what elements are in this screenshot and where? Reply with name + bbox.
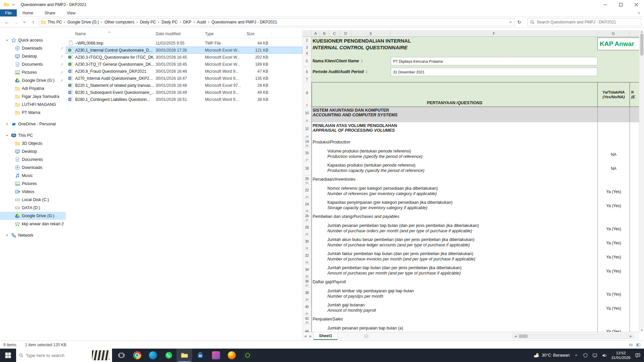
sidebar-item-pt-warna[interactable]: PT Warna <box>0 109 66 117</box>
file-row-a230-3-itq-it-genera[interactable]: XA230.3-ITQ_IT General Questionnaire_DK.… <box>66 61 302 68</box>
column-letter-f[interactable]: F <box>391 30 597 37</box>
close-button[interactable] <box>629 0 644 9</box>
search-highlight-zebra-image[interactable] <box>92 350 109 360</box>
recent-locations-chevron-icon[interactable] <box>20 18 29 26</box>
sidebar-item-local-disk-c[interactable]: Local Disk (C:) <box>0 196 66 204</box>
breadcrumb-item[interactable]: Dedy PC <box>138 18 158 26</box>
photos-button[interactable] <box>208 349 224 362</box>
action-center-icon[interactable] <box>635 353 641 358</box>
column-letter-corner[interactable] <box>303 30 312 37</box>
answer-cell[interactable]: Ya (Yes) <box>597 287 630 301</box>
security-shield-icon[interactable] <box>583 353 588 358</box>
answer-cell[interactable]: Ya (Yes) <box>597 236 630 250</box>
file-row-wrl0066-tmp[interactable]: ~WRL0066.tmp11/02/2025 9:55TMP File44 KB <box>66 40 302 47</box>
breadcrumb-item[interactable]: Other computers <box>103 18 136 26</box>
sidebar-item-desktop[interactable]: Desktop <box>0 52 66 60</box>
column-letter-d[interactable]: D <box>340 30 352 37</box>
explorer-search-box[interactable] <box>527 18 641 26</box>
sidebar-item-documents[interactable]: Documents <box>0 60 66 68</box>
file-row-a230-8-fraud-questio[interactable]: WA230.8_Fraud Questionnaire_DKP202130/01… <box>66 68 302 75</box>
column-divider[interactable] <box>154 31 154 37</box>
speaker-icon[interactable] <box>602 353 607 358</box>
sidebar-item-videos[interactable]: Videos <box>0 188 66 196</box>
sheet-nav-right-icon[interactable]: ▶ <box>308 335 313 338</box>
vscroll-thumb[interactable] <box>640 34 643 55</box>
breadcrumb-item[interactable]: This PC <box>46 18 64 26</box>
edge-button[interactable] <box>145 349 161 362</box>
sidebar-item-documents[interactable]: Documents <box>0 156 66 164</box>
details-view-icon[interactable] <box>629 343 633 347</box>
sidebar-item-adi-priyatna[interactable]: Adi Priyatna <box>0 84 66 93</box>
vscroll-up-icon[interactable]: ▲ <box>640 30 643 33</box>
up-button[interactable]: ↑ <box>29 18 38 26</box>
large-icons-view-icon[interactable] <box>636 343 641 347</box>
chrome-button[interactable] <box>129 349 145 362</box>
sidebar-item-google-drive-g[interactable]: Google Drive (G:) <box>0 76 66 84</box>
column-letter-corner[interactable] <box>630 30 639 37</box>
refresh-button[interactable]: ↻ <box>515 18 524 26</box>
ribbon-tab-share[interactable]: Share <box>39 9 61 16</box>
file-row-a270-internal-audit[interactable]: WA270_Internal Audit Questionnaire_DKP2.… <box>66 75 302 82</box>
address-bar[interactable]: This PC›Google Drive (G:)›Other computer… <box>39 18 515 26</box>
field-value-cell[interactable]: PT Digdaya Kencana Pratama <box>391 57 597 65</box>
column-divider[interactable] <box>203 31 204 37</box>
sheet-nav-left-icon[interactable]: ◀ <box>303 335 308 338</box>
sidebar-item-google-drive-g[interactable]: Google Drive (G:) <box>0 212 66 220</box>
hscroll-right-icon[interactable]: ▶ <box>628 335 634 338</box>
search-input[interactable] <box>537 20 639 24</box>
column-header-size[interactable]: Size <box>247 32 254 36</box>
column-letter-a[interactable]: A <box>312 30 320 37</box>
sidebar-item-downloads[interactable]: Downloads <box>0 44 66 52</box>
sidebar-item-onedrive-personal[interactable]: OneDrive - Personal <box>0 120 66 128</box>
breadcrumb-item[interactable]: Google Drive (G:) <box>66 18 101 26</box>
horizontal-scrollbar[interactable]: ◀ ▶ <box>513 334 634 339</box>
maximize-button[interactable] <box>613 0 629 9</box>
vertical-scrollbar[interactable]: ▲ ▼ <box>639 30 644 332</box>
add-sheet-icon[interactable] <box>364 334 369 339</box>
sidebar-item-data-d[interactable]: DATA (D:) <box>0 204 66 212</box>
answer-cell[interactable]: Ya (Yes) <box>597 185 630 199</box>
hidden-icons-chevron-icon[interactable] <box>574 353 579 358</box>
minimize-button[interactable] <box>598 0 613 9</box>
breadcrumb-item[interactable]: DKP <box>181 18 193 26</box>
column-letter-g[interactable]: G <box>597 30 630 37</box>
breadcrumb-item[interactable]: Dedy PC <box>160 18 179 26</box>
answer-cell[interactable]: Ya (Yes) <box>597 222 630 236</box>
column-letter-c[interactable]: C <box>329 30 340 37</box>
answer-cell[interactable]: NA <box>597 162 630 176</box>
column-header-date-modified[interactable]: Date modified <box>156 32 180 36</box>
address-dropdown-chevron-icon[interactable] <box>507 20 514 24</box>
qat-customize-chevron-icon[interactable] <box>11 3 15 7</box>
clock[interactable]: 13:52 31/01/2026 <box>611 351 631 360</box>
file-row-a230-1-internal-cont[interactable]: XA230.1_Internal Control Questionnaire_D… <box>66 47 302 54</box>
weather-widget[interactable]: 30°C Berawan <box>533 352 570 359</box>
column-divider[interactable] <box>245 31 245 37</box>
sidebar-item-this-pc[interactable]: This PC <box>0 131 66 139</box>
column-letter-b[interactable]: B <box>320 30 329 37</box>
sidebar-item-figar-jaya-samudra[interactable]: Figar Jaya Samudra <box>0 93 66 101</box>
ribbon-tab-home[interactable]: Home <box>17 9 39 16</box>
answer-cell[interactable]: Ya (Yes) <box>597 324 630 332</box>
column-header-type[interactable]: Type <box>205 32 214 36</box>
whatsapp-button[interactable] <box>161 349 176 362</box>
ribbon-tab-view[interactable]: View <box>61 9 81 16</box>
column-header-name[interactable]: Name <box>75 32 86 36</box>
start-button[interactable] <box>0 349 16 362</box>
store-button[interactable] <box>192 349 208 362</box>
file-explorer-button[interactable] <box>176 349 192 362</box>
sidebar-item-pictures[interactable]: Pictures <box>0 180 66 188</box>
sheet-tab[interactable]: Sheet1 <box>313 332 338 340</box>
answer-cell[interactable]: Ya (Yes) <box>597 250 630 264</box>
file-row-b280-1-contingent-li[interactable]: WB280.1_Contingent Liabilities Questionn… <box>66 96 302 103</box>
expand-ribbon-chevron-icon[interactable] <box>634 9 644 16</box>
taskbar-search-input[interactable] <box>26 353 90 358</box>
answer-cell[interactable]: Ya (Yes) <box>597 264 630 278</box>
sidebar-item-kkp-anwar-dan-rekan-1[interactable]: kkp anwar dan rekan (\\1 <box>0 220 66 228</box>
column-letter-e[interactable]: E <box>352 30 391 37</box>
hscroll-thumb[interactable] <box>519 335 528 338</box>
firefox-button[interactable] <box>224 349 239 362</box>
network-tray-icon[interactable] <box>592 353 597 358</box>
breadcrumb-item[interactable]: Audit <box>195 18 208 26</box>
sidebar-item-desktop[interactable]: Desktop <box>0 147 66 156</box>
file-row-a230-3-itgcq-questio[interactable]: XA230.3-ITGCQ_Questionnaire for ITGC_DK.… <box>66 54 302 61</box>
